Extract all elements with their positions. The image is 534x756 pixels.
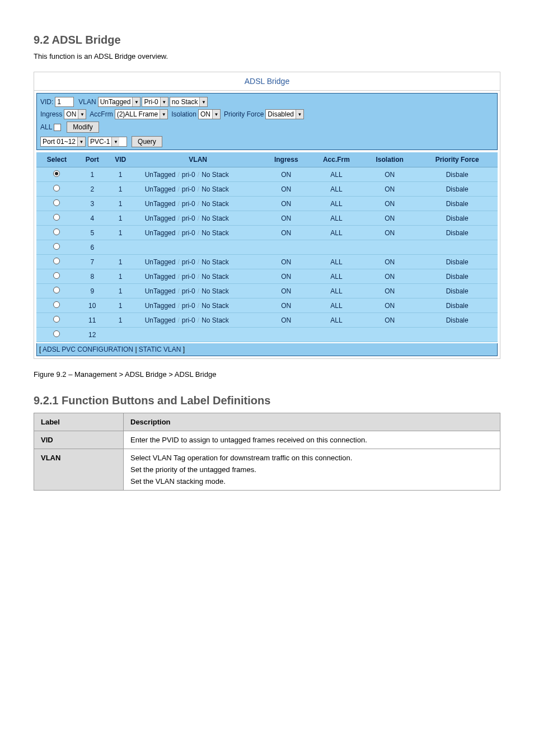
row-radio[interactable]: [53, 199, 60, 206]
table-row: 51UnTagged/pri-0/No StackONALLONDisbale: [36, 226, 498, 240]
cell-priority: Disbale: [416, 197, 498, 211]
port-range-select-value: Port 01~12: [43, 138, 76, 146]
cell-ingress: [263, 240, 310, 255]
row-radio[interactable]: [53, 287, 60, 293]
cell-select: [36, 197, 77, 211]
vlan-select[interactable]: UnTagged▼: [98, 97, 141, 107]
priority-select[interactable]: Pri-0▼: [142, 97, 168, 107]
ingress-select[interactable]: ON▼: [64, 109, 86, 119]
cell-vlan: UnTagged/pri-0/No Stack: [134, 211, 263, 226]
footer-links: [ ADSL PVC CONFIGURATION | STATIC VLAN ]: [36, 343, 498, 356]
cell-isolation: ON: [363, 269, 416, 284]
cell-ingress: ON: [263, 298, 310, 313]
cell-vid: 1: [107, 197, 134, 211]
chevron-down-icon: ▼: [160, 110, 167, 119]
col-vid: VID: [107, 152, 134, 167]
port-range-select[interactable]: Port 01~12▼: [40, 137, 86, 147]
row-radio[interactable]: [53, 228, 60, 235]
row-radio[interactable]: [53, 316, 60, 323]
toolbar-row-4: Port 01~12▼ PVC-1▼ Query: [40, 136, 494, 147]
vid-label: VID:: [40, 98, 53, 106]
priority-force-select-value: Disabled: [268, 110, 294, 118]
accfrm-select[interactable]: (2)ALL Frame▼: [115, 109, 168, 119]
cell-accfrm: ALL: [310, 167, 363, 182]
cell-vid: [107, 240, 134, 255]
cell-vid: 1: [107, 284, 134, 298]
footer-close: ]: [181, 346, 185, 353]
figure-adsl-bridge: ADSL Bridge VID: VLAN UnTagged▼ Pri-0▼ n…: [34, 72, 500, 359]
cell-accfrm: ALL: [310, 313, 363, 328]
modify-button[interactable]: Modify: [67, 122, 99, 133]
table-row: 31UnTagged/pri-0/No StackONALLONDisbale: [36, 197, 498, 211]
cell-select: [36, 298, 77, 313]
deftable-r2-label: VLAN: [34, 449, 124, 491]
deftable-r2-p1: Select VLAN Tag operation for downstream…: [130, 454, 493, 462]
table-row: 12: [36, 328, 498, 342]
cell-ingress: ON: [263, 226, 310, 240]
cell-accfrm: ALL: [310, 255, 363, 269]
link-static-vlan[interactable]: STATIC VLAN: [139, 346, 181, 353]
cell-vid: 1: [107, 211, 134, 226]
cell-vid: 1: [107, 269, 134, 284]
cell-vlan: UnTagged/pri-0/No Stack: [134, 298, 263, 313]
row-radio[interactable]: [53, 214, 60, 221]
chevron-down-icon: ▼: [111, 137, 119, 146]
cell-priority: Disbale: [416, 298, 498, 313]
cell-select: [36, 167, 77, 182]
deftable-h2: Description: [124, 413, 500, 431]
chevron-down-icon: ▼: [77, 137, 85, 146]
row-radio[interactable]: [53, 301, 60, 308]
table-row: 111UnTagged/pri-0/No StackONALLONDisbale: [36, 313, 498, 328]
cell-ingress: ON: [263, 167, 310, 182]
cell-priority: [416, 328, 498, 342]
col-port: Port: [77, 152, 107, 167]
cell-vlan: UnTagged/pri-0/No Stack: [134, 313, 263, 328]
deftable-r2-p2: Set the priority of the untagged frames.: [130, 465, 493, 474]
cell-ingress: [263, 328, 310, 342]
cell-vid: 1: [107, 313, 134, 328]
vid-input[interactable]: [55, 97, 74, 107]
pvc-select[interactable]: PVC-1▼: [88, 137, 127, 147]
cell-isolation: ON: [363, 226, 416, 240]
cell-priority: Disbale: [416, 269, 498, 284]
isolation-select[interactable]: ON▼: [198, 109, 221, 119]
cell-isolation: ON: [363, 211, 416, 226]
chevron-down-icon: ▼: [132, 97, 140, 106]
table-row: 11UnTagged/pri-0/No StackONALLONDisbale: [36, 167, 498, 182]
deftable-h1: Label: [34, 413, 124, 431]
cell-vlan: UnTagged/pri-0/No Stack: [134, 197, 263, 211]
cell-priority: Disbale: [416, 313, 498, 328]
row-radio[interactable]: [53, 170, 60, 177]
deftable-r2-desc: Select VLAN Tag operation for downstream…: [124, 449, 500, 491]
link-adsl-pvc-config[interactable]: ADSL PVC CONFIGURATION: [43, 346, 133, 353]
stack-select-value: no Stack: [172, 98, 198, 106]
cell-vlan: UnTagged/pri-0/No Stack: [134, 255, 263, 269]
cell-vid: 1: [107, 182, 134, 197]
toolbar-row-2: Ingress ON▼ AccFrm (2)ALL Frame▼ Isolati…: [40, 109, 494, 119]
query-button[interactable]: Query: [132, 136, 162, 147]
cell-select: [36, 313, 77, 328]
row-radio[interactable]: [53, 272, 60, 279]
row-radio[interactable]: [53, 243, 60, 250]
vlan-select-value: UnTagged: [100, 98, 131, 106]
col-priority-force: Priority Force: [416, 152, 498, 167]
cell-accfrm: ALL: [310, 211, 363, 226]
cell-vid: [107, 328, 134, 342]
cell-select: [36, 269, 77, 284]
cell-vlan: [134, 328, 263, 342]
all-checkbox[interactable]: [54, 124, 61, 131]
table-row: 21UnTagged/pri-0/No StackONALLONDisbale: [36, 182, 498, 197]
stack-select[interactable]: no Stack▼: [170, 97, 208, 107]
chevron-down-icon: ▼: [296, 110, 303, 119]
row-radio[interactable]: [53, 185, 60, 192]
cell-vlan: UnTagged/pri-0/No Stack: [134, 182, 263, 197]
cell-port: 2: [77, 182, 107, 197]
row-radio[interactable]: [53, 258, 60, 264]
priority-force-select[interactable]: Disabled▼: [265, 109, 304, 119]
cell-port: 4: [77, 211, 107, 226]
vlan-label: VLAN: [78, 98, 96, 106]
cell-port: 8: [77, 269, 107, 284]
cell-accfrm: [310, 240, 363, 255]
row-radio[interactable]: [53, 330, 60, 337]
chevron-down-icon: ▼: [160, 97, 168, 106]
